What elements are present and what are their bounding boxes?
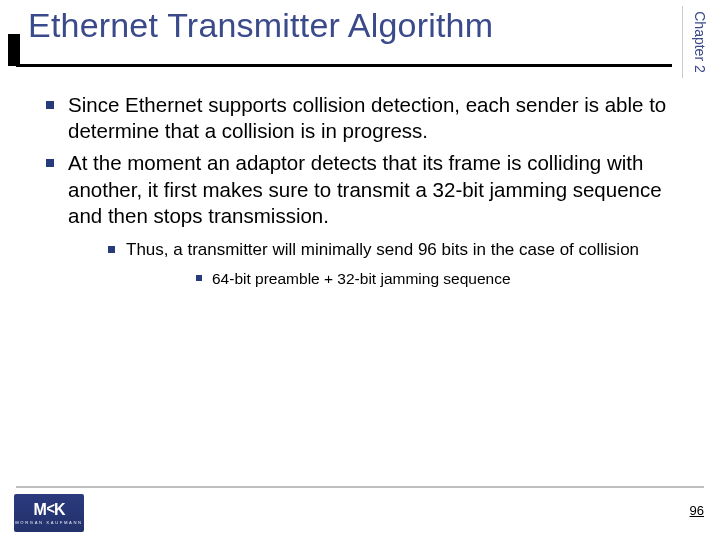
bullet-text: Thus, a transmitter will minimally send … [126,240,639,259]
bullet-list-level2: Thus, a transmitter will minimally send … [68,239,680,289]
page-number: 96 [690,503,704,518]
list-item: 64-bit preamble + 32-bit jamming sequenc… [126,269,680,289]
footer-divider [16,486,704,488]
bullet-list-level3: 64-bit preamble + 32-bit jamming sequenc… [126,269,680,289]
bullet-text: 64-bit preamble + 32-bit jamming sequenc… [212,270,511,287]
publisher-logo: M<K MORGAN KAUFMANN [14,494,84,532]
logo-subtext: MORGAN KAUFMANN [15,520,83,525]
title-underline [16,64,672,67]
list-item: Since Ethernet supports collision detect… [40,92,680,144]
content-area: Since Ethernet supports collision detect… [40,92,680,470]
title-accent-bar [8,34,20,66]
title-area: Ethernet Transmitter Algorithm [28,6,672,51]
chapter-tab: Chapter 2 [682,6,716,78]
slide: Ethernet Transmitter Algorithm Chapter 2… [0,0,720,540]
bullet-list-level1: Since Ethernet supports collision detect… [40,92,680,289]
bullet-text: Since Ethernet supports collision detect… [68,93,666,142]
chapter-label: Chapter 2 [692,11,708,72]
list-item: Thus, a transmitter will minimally send … [68,239,680,289]
logo-mark: M<K [33,502,64,518]
list-item: At the moment an adaptor detects that it… [40,150,680,289]
bullet-text: At the moment an adaptor detects that it… [68,151,662,226]
slide-title: Ethernet Transmitter Algorithm [28,6,672,51]
